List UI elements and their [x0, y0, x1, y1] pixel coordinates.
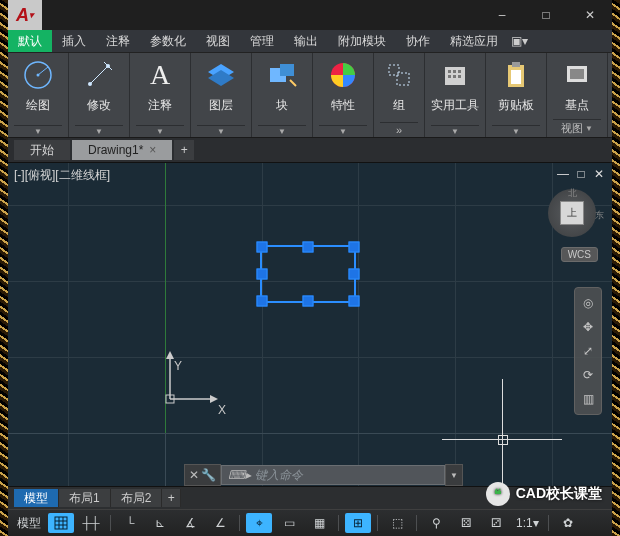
- svg-marker-27: [210, 395, 218, 403]
- status-bar: 模型 ┼┼ └ ⊾ ∡ ∠ ⌖ ▭ ▦ ⊞ ⬚ ⚲ ⚄ ⚂ 1:1▾ ✿: [8, 509, 612, 536]
- svg-rect-15: [448, 75, 451, 78]
- tab-add[interactable]: +: [174, 140, 194, 160]
- tab-start[interactable]: 开始: [14, 140, 70, 160]
- tab-parametric[interactable]: 参数化: [140, 30, 196, 52]
- svg-rect-28: [55, 517, 67, 529]
- command-line[interactable]: ✕🔧 ⌨▸键入命令 ▼: [184, 465, 463, 485]
- svg-rect-13: [453, 70, 456, 73]
- lineweight-icon[interactable]: ▭: [276, 513, 302, 533]
- ribbon-tabs: 默认 插入 注释 参数化 视图 管理 输出 附加模块 协作 精选应用 ▣▾: [8, 30, 612, 53]
- selcycle-icon[interactable]: ⬚: [384, 513, 410, 533]
- panel-block[interactable]: 块 ▼: [252, 53, 313, 137]
- panel-group[interactable]: 组 »: [374, 53, 425, 137]
- otrack-icon[interactable]: ∠: [207, 513, 233, 533]
- layout-model[interactable]: 模型: [14, 489, 59, 507]
- svg-rect-14: [458, 70, 461, 73]
- panel-modify[interactable]: 修改 ▼: [69, 53, 130, 137]
- workspace-icon[interactable]: ✿: [555, 513, 581, 533]
- maximize-button[interactable]: □: [524, 0, 568, 30]
- tab-overflow[interactable]: ▣▾: [508, 34, 530, 48]
- title-bar: A▾ – □ ✕: [8, 0, 612, 30]
- transparency-icon[interactable]: ▦: [306, 513, 332, 533]
- command-input[interactable]: ⌨▸键入命令: [221, 465, 445, 485]
- tab-output[interactable]: 输出: [284, 30, 328, 52]
- app-window: A▾ – □ ✕ 默认 插入 注释 参数化 视图 管理 输出 附加模块 协作 精…: [8, 0, 612, 536]
- watermark: ❝ CAD校长课堂: [486, 482, 602, 506]
- panel-utilities[interactable]: 实用工具 ▼: [425, 53, 486, 137]
- svg-line-3: [90, 66, 108, 84]
- ortho-icon[interactable]: └: [117, 513, 143, 533]
- scale-display[interactable]: 1:1▾: [513, 513, 542, 533]
- panel-annotate[interactable]: A 注释 ▼: [130, 53, 191, 137]
- tab-manage[interactable]: 管理: [240, 30, 284, 52]
- svg-rect-16: [453, 75, 456, 78]
- panel-clipboard[interactable]: 剪贴板 ▼: [486, 53, 547, 137]
- steering-wheel-icon[interactable]: ◎: [579, 294, 597, 312]
- tab-annotate[interactable]: 注释: [96, 30, 140, 52]
- panel-layers[interactable]: 图层 ▼: [191, 53, 252, 137]
- viewport-close-icon[interactable]: ✕: [592, 167, 606, 181]
- cmdline-history[interactable]: ▼: [445, 464, 463, 486]
- tab-default[interactable]: 默认: [8, 30, 52, 52]
- svg-point-2: [37, 74, 40, 77]
- nav-bar[interactable]: ◎ ✥ ⤢ ⟳ ▥: [574, 287, 602, 415]
- layout-1[interactable]: 布局1: [59, 489, 111, 507]
- panel-base[interactable]: 基点 视图 ▼: [547, 53, 608, 137]
- showmotion-icon[interactable]: ▥: [579, 390, 597, 408]
- viewport-maximize-icon[interactable]: □: [574, 167, 588, 181]
- annoscale-icon[interactable]: ⚄: [453, 513, 479, 533]
- svg-rect-12: [448, 70, 451, 73]
- file-tabs: 开始 Drawing1*× +: [8, 138, 612, 163]
- panel-draw[interactable]: 绘图 ▼: [8, 53, 69, 137]
- tab-drawing1[interactable]: Drawing1*×: [72, 140, 172, 160]
- drawing-canvas[interactable]: [-][俯视][二维线框] — □ ✕ 上 北 东 WCS ◎ ✥ ⤢ ⟳ ▥: [8, 163, 612, 509]
- osnap-icon[interactable]: ⌖: [246, 513, 272, 533]
- viewport-minimize-icon[interactable]: —: [556, 167, 570, 181]
- snap-toggle-icon[interactable]: ┼┼: [78, 513, 104, 533]
- annoauto-icon[interactable]: ⚂: [483, 513, 509, 533]
- tab-insert[interactable]: 插入: [52, 30, 96, 52]
- close-icon[interactable]: ×: [149, 140, 156, 160]
- panel-properties[interactable]: 特性 ▼: [313, 53, 374, 137]
- ribbon: 绘图 ▼ 修改 ▼ A 注释 ▼ 图层 ▼ 块 ▼ 特性 ▼: [8, 53, 612, 138]
- grid: [8, 163, 612, 509]
- polar-icon[interactable]: ⊾: [147, 513, 173, 533]
- svg-line-1: [38, 67, 48, 75]
- svg-rect-20: [511, 70, 521, 84]
- annomonitor-icon[interactable]: ⚲: [423, 513, 449, 533]
- app-logo[interactable]: A▾: [8, 0, 42, 30]
- tab-featured[interactable]: 精选应用: [440, 30, 508, 52]
- svg-marker-26: [166, 351, 174, 359]
- cmdline-handle[interactable]: ✕🔧: [184, 464, 221, 486]
- svg-rect-19: [512, 62, 520, 67]
- viewcube[interactable]: 上 北 东: [548, 189, 596, 237]
- layout-add[interactable]: +: [162, 489, 181, 507]
- svg-point-4: [88, 82, 92, 86]
- minimize-button[interactable]: –: [480, 0, 524, 30]
- svg-rect-22: [570, 69, 584, 79]
- grid-toggle-icon[interactable]: [48, 513, 74, 533]
- tab-view[interactable]: 视图: [196, 30, 240, 52]
- pan-icon[interactable]: ✥: [579, 318, 597, 336]
- orbit-icon[interactable]: ⟳: [579, 366, 597, 384]
- svg-rect-7: [280, 64, 294, 76]
- wcs-badge[interactable]: WCS: [561, 247, 598, 262]
- isodraft-icon[interactable]: ∡: [177, 513, 203, 533]
- layout-2[interactable]: 布局2: [111, 489, 163, 507]
- close-button[interactable]: ✕: [568, 0, 612, 30]
- selected-rectangle[interactable]: [260, 245, 356, 303]
- tab-addins[interactable]: 附加模块: [328, 30, 396, 52]
- zoom-icon[interactable]: ⤢: [579, 342, 597, 360]
- svg-rect-17: [458, 75, 461, 78]
- viewport-label[interactable]: [-][俯视][二维线框]: [14, 167, 110, 184]
- wechat-icon: ❝: [486, 482, 510, 506]
- dyninput-icon[interactable]: ⊞: [345, 513, 371, 533]
- status-model[interactable]: 模型: [14, 513, 44, 533]
- tab-collab[interactable]: 协作: [396, 30, 440, 52]
